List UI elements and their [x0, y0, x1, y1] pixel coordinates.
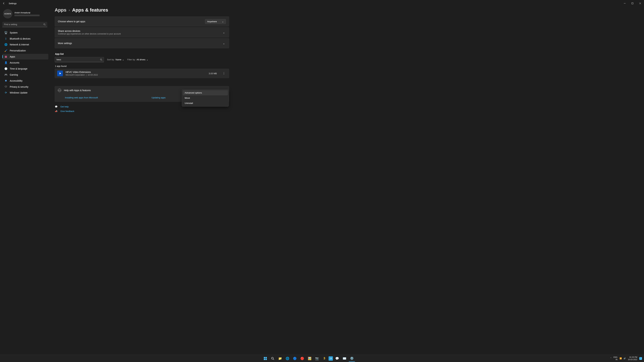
nav-label: Network & internet	[10, 43, 29, 46]
svg-line-5	[45, 25, 46, 25]
app-list-label: App list	[55, 53, 229, 55]
minimize-button[interactable]	[621, 1, 628, 6]
settings-search-input[interactable]	[2, 22, 47, 27]
maximize-button[interactable]	[628, 1, 636, 6]
tray-notifications[interactable]: !	[639, 357, 642, 360]
sidebar-item-accounts[interactable]: 👤Accounts	[2, 60, 48, 65]
search-icon[interactable]	[100, 58, 102, 61]
maximize-icon	[632, 2, 633, 4]
nav-label: Windows Update	[10, 91, 28, 94]
sort-dropdown[interactable]: Sort by: Name ⌄	[107, 58, 124, 61]
titlebar: Settings	[0, 0, 644, 7]
start-button[interactable]	[262, 355, 268, 362]
filter-dropdown[interactable]: Filter by: All drives ⌄	[127, 58, 148, 61]
system-tray: ˄ ENG IN 📶 🔊 01:20 PM 10-03-2022 !	[610, 356, 644, 361]
close-button[interactable]	[636, 1, 644, 6]
back-button[interactable]	[2, 1, 6, 5]
feedback-icon: 📣	[55, 110, 58, 112]
taskbar-chrome[interactable]: 🔵	[292, 355, 298, 362]
nav-label: Privacy & security	[10, 85, 28, 88]
context-uninstall[interactable]: Uninstall	[183, 100, 228, 106]
card-share-devices[interactable]: Share across devices Continue app experi…	[55, 27, 229, 37]
sidebar-item-time-language[interactable]: 🕓Time & language	[2, 66, 48, 71]
nav-icon: 🖌️	[4, 49, 8, 52]
more-settings-title: More settings	[58, 42, 72, 44]
sidebar-item-privacy-security[interactable]: 🛡Privacy & security	[2, 84, 48, 89]
give-feedback-link[interactable]: 📣 Give feedback	[55, 110, 229, 112]
arrow-left-icon	[3, 2, 5, 4]
breadcrumb: Apps › Apps & features	[55, 7, 641, 13]
nav-icon: 🎮	[4, 73, 8, 76]
sidebar-nav: 🖥️SystemᛒBluetooth & devices🌐Network & i…	[2, 30, 48, 95]
sidebar-item-personalization[interactable]: 🖌️Personalization	[2, 48, 48, 53]
main-content: Apps › Apps & features Choose where to g…	[50, 7, 644, 355]
taskbar-app-2[interactable]: 📷	[314, 355, 320, 362]
taskbar-explorer[interactable]: 📁	[277, 355, 283, 362]
taskbar-app-1[interactable]: 🖼️	[306, 355, 313, 362]
share-devices-title: Share across devices	[58, 30, 121, 32]
chevron-down-icon[interactable]: ⌄	[222, 41, 226, 45]
taskbar: 📁 🌐 🔵 🔴 🖼️ 📷 3 19 💬 ✉️ ⚙️ ˄ ENG IN 📶 🔊 0…	[0, 355, 644, 362]
chevron-down-icon: ⌄	[146, 58, 148, 61]
nav-label: Time & language	[10, 67, 27, 70]
nav-icon: 🌐	[4, 43, 8, 46]
svg-line-7	[102, 60, 102, 61]
nav-label: Accessibility	[10, 79, 22, 82]
taskbar-center: 📁 🌐 🔵 🔴 🖼️ 📷 3 19 💬 ✉️ ⚙️	[7, 355, 610, 362]
taskbar-mail[interactable]: ✉️	[341, 355, 348, 362]
taskbar-settings[interactable]: ⚙️	[349, 355, 355, 362]
nav-icon: ✱	[4, 79, 8, 82]
app-icon	[57, 70, 63, 76]
globe-icon	[58, 89, 61, 92]
minimize-icon	[624, 2, 626, 4]
svg-rect-11	[266, 359, 267, 360]
context-move[interactable]: Move	[183, 95, 228, 100]
tray-chevron-up-icon[interactable]: ˄	[610, 357, 612, 360]
sidebar-item-system[interactable]: 🖥️System	[2, 30, 48, 35]
card-more-settings[interactable]: More settings ⌄	[55, 38, 229, 48]
taskbar-search[interactable]	[270, 355, 276, 362]
chevron-down-icon[interactable]: ⌄	[222, 30, 226, 35]
help-link-installing[interactable]: Installing web apps from Microsoft	[65, 96, 98, 99]
svg-rect-8	[264, 357, 265, 358]
taskbar-app-3[interactable]: 3	[321, 355, 328, 362]
breadcrumb-parent[interactable]: Apps	[55, 7, 66, 13]
taskbar-discord[interactable]: 💬	[334, 355, 340, 362]
choose-apps-dropdown[interactable]: Anywhere ⌄	[205, 19, 226, 24]
sidebar-item-apps[interactable]: ▦Apps	[2, 54, 48, 59]
context-advanced-options[interactable]: Advanced options	[183, 90, 228, 95]
app-more-button[interactable]: ⋮	[221, 71, 226, 76]
app-count: 1 app found	[55, 65, 229, 67]
nav-icon: 🖥️	[4, 31, 8, 34]
help-link-updating[interactable]: Updating apps	[152, 96, 166, 99]
nav-label: Apps	[10, 55, 15, 58]
sidebar-item-network-internet[interactable]: 🌐Network & internet	[2, 42, 48, 47]
sidebar-item-bluetooth-devices[interactable]: ᛒBluetooth & devices	[2, 36, 48, 41]
taskbar-edge[interactable]: 🌐	[284, 355, 291, 362]
breadcrumb-current: Apps & features	[72, 7, 108, 13]
sidebar-item-windows-update[interactable]: ⟳Windows Update	[2, 90, 48, 95]
nav-icon: ᛒ	[4, 37, 8, 40]
chevron-right-icon: ›	[69, 8, 70, 12]
tray-language[interactable]: ENG IN	[614, 356, 618, 361]
tray-status-icons[interactable]: 📶 🔊	[620, 357, 626, 360]
taskbar-opera[interactable]: 🔴	[299, 355, 306, 362]
settings-search-wrap	[2, 22, 47, 27]
svg-line-13	[273, 359, 274, 360]
svg-point-4	[44, 24, 45, 25]
svg-rect-9	[266, 357, 267, 358]
nav-label: Personalization	[10, 49, 26, 52]
nav-label: Gaming	[10, 73, 18, 76]
user-block[interactable]: ADMIN Anish Annadurai	[2, 8, 48, 20]
tray-clock[interactable]: 01:20 PM 10-03-2022	[628, 356, 637, 361]
nav-label: Bluetooth & devices	[10, 37, 30, 40]
app-list-filters: Sort by: Name ⌄ Filter by: All drives ⌄	[55, 57, 229, 62]
choose-apps-value: Anywhere	[207, 20, 217, 23]
sidebar-item-gaming[interactable]: 🎮Gaming	[2, 72, 48, 78]
sidebar-item-accessibility[interactable]: ✱Accessibility	[2, 78, 48, 84]
app-search-input[interactable]	[55, 57, 104, 62]
sidebar: ADMIN Anish Annadurai 🖥️SystemᛒBluetooth…	[0, 7, 50, 355]
app-item-hevc[interactable]: HEVC Video Extensions Microsoft Corporat…	[55, 69, 229, 78]
taskbar-app-4[interactable]: 19	[328, 356, 333, 361]
search-icon	[44, 23, 46, 26]
